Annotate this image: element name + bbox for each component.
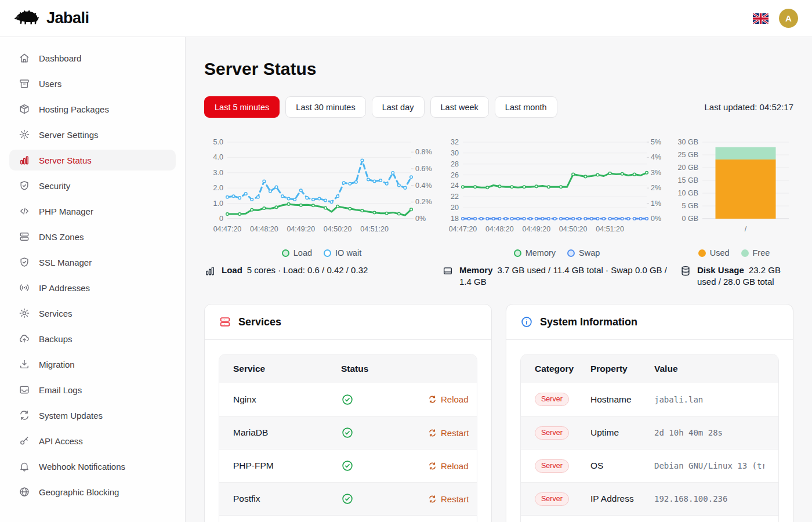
time-range-last-week[interactable]: Last week bbox=[430, 96, 489, 118]
broadcast-icon bbox=[19, 282, 30, 293]
home-icon bbox=[19, 52, 30, 64]
code-icon bbox=[19, 205, 30, 217]
time-range-last-day[interactable]: Last day bbox=[372, 96, 425, 118]
service-action-label: Restart bbox=[441, 428, 469, 438]
svg-text:1.0: 1.0 bbox=[213, 200, 223, 208]
svg-text:32: 32 bbox=[451, 138, 459, 146]
svg-text:24: 24 bbox=[451, 182, 459, 190]
svg-text:04:48:20: 04:48:20 bbox=[250, 225, 278, 233]
sidebar-item-label: Security bbox=[39, 181, 70, 191]
sidebar-item-server-status[interactable]: Server Status bbox=[9, 150, 176, 171]
sidebar-item-system-updates[interactable]: System Updates bbox=[9, 405, 176, 426]
time-range-last-5-minutes[interactable]: Last 5 minutes bbox=[204, 96, 280, 118]
settings-icon bbox=[19, 129, 30, 140]
sidebar: Dashboard Users Hosting Packages Server … bbox=[0, 37, 186, 522]
shield-check-icon bbox=[19, 180, 30, 191]
disk-chart: 0 GB5 GB10 GB15 GB20 GB25 GB30 GB/ UsedF… bbox=[675, 133, 793, 258]
svg-text:30 GB: 30 GB bbox=[678, 138, 698, 146]
sidebar-item-migration[interactable]: Migration bbox=[9, 354, 176, 375]
svg-text:04:49:20: 04:49:20 bbox=[287, 225, 315, 233]
server-stack-icon bbox=[19, 231, 30, 242]
services-table: Service Status Nginx Reload Maria bbox=[219, 354, 477, 522]
sidebar-item-backups[interactable]: Backups bbox=[9, 328, 176, 349]
sidebar-item-label: IP Addresses bbox=[39, 283, 90, 293]
reload-php-fpm-button[interactable]: Reload bbox=[428, 461, 469, 471]
svg-text:4.0: 4.0 bbox=[213, 153, 223, 161]
svg-text:26: 26 bbox=[451, 171, 459, 179]
stat-load: Load5 cores · Load: 0.6 / 0.42 / 0.32 bbox=[204, 264, 439, 288]
sidebar-item-label: Server Settings bbox=[39, 130, 99, 140]
sidebar-item-dns-zones[interactable]: DNS Zones bbox=[9, 226, 176, 247]
restart-postfix-button[interactable]: Restart bbox=[428, 494, 469, 504]
database-icon bbox=[680, 265, 691, 277]
chart-legend: MemorySwap bbox=[514, 248, 600, 258]
stat-label: Memory bbox=[459, 265, 493, 275]
services-col-service: Service bbox=[233, 364, 341, 374]
brand[interactable]: Jabali bbox=[14, 9, 89, 28]
service-name: PHP-FPM bbox=[233, 461, 341, 471]
sidebar-item-ip-addresses[interactable]: IP Addresses bbox=[9, 277, 176, 298]
service-action-label: Reload bbox=[441, 394, 469, 404]
sidebar-item-email-logs[interactable]: Email Logs bbox=[9, 379, 176, 400]
shield-check-icon bbox=[19, 256, 30, 268]
sidebar-item-ssl-manager[interactable]: SSL Manager bbox=[9, 252, 176, 273]
service-name: Nginx bbox=[233, 394, 341, 405]
user-avatar[interactable]: A bbox=[779, 9, 798, 28]
sidebar-item-label: Webhook Notifications bbox=[39, 462, 125, 472]
svg-text:04:51:20: 04:51:20 bbox=[360, 225, 389, 233]
system-col-category: Category bbox=[535, 364, 590, 374]
system-value: jabali.lan bbox=[654, 395, 764, 404]
sidebar-item-php-manager[interactable]: PHP Manager bbox=[9, 201, 176, 222]
refresh-icon bbox=[428, 395, 437, 404]
system-property: Hostname bbox=[590, 394, 654, 405]
time-range-last-30-minutes[interactable]: Last 30 minutes bbox=[285, 96, 365, 118]
sidebar-item-label: Services bbox=[39, 309, 72, 318]
service-row: MariaDB Restart bbox=[219, 416, 477, 449]
service-row: PHP-FPM Reload bbox=[219, 449, 477, 482]
svg-text:22: 22 bbox=[451, 193, 459, 201]
svg-text:0.4%: 0.4% bbox=[415, 182, 432, 190]
svg-text:04:47:20: 04:47:20 bbox=[448, 225, 477, 233]
sidebar-item-dashboard[interactable]: Dashboard bbox=[9, 48, 176, 68]
system-card-title: System Information bbox=[540, 316, 637, 328]
bar-chart-icon bbox=[204, 265, 216, 277]
svg-text:04:49:20: 04:49:20 bbox=[522, 225, 550, 233]
status-ok-icon bbox=[341, 459, 354, 472]
time-range-last-month[interactable]: Last month bbox=[495, 96, 557, 118]
load-chart: 01.02.03.04.05.00%0.2%0.4%0.6%0.8%04:47:… bbox=[204, 133, 439, 258]
chart-legend: LoadIO wait bbox=[282, 248, 361, 258]
hard-drive-icon bbox=[442, 265, 454, 277]
svg-text:0%: 0% bbox=[651, 215, 661, 223]
sidebar-item-server-settings[interactable]: Server Settings bbox=[9, 124, 176, 145]
stat-memory: Memory3.7 GB used / 11.4 GB total · Swap… bbox=[442, 264, 677, 288]
sidebar-item-users[interactable]: Users bbox=[9, 73, 176, 94]
status-ok-icon bbox=[341, 426, 354, 439]
refresh-icon bbox=[428, 495, 437, 503]
sidebar-item-hosting-packages[interactable]: Hosting Packages bbox=[9, 99, 176, 119]
bar-chart-icon bbox=[19, 154, 30, 166]
language-flag-uk[interactable] bbox=[753, 13, 768, 24]
svg-text:25 GB: 25 GB bbox=[678, 151, 698, 159]
restart-mariadb-button[interactable]: Restart bbox=[428, 428, 469, 438]
legend-load: Load bbox=[282, 248, 312, 258]
inbox-icon bbox=[19, 384, 30, 396]
sidebar-item-api-access[interactable]: API Access bbox=[9, 430, 176, 451]
package-icon bbox=[19, 103, 30, 115]
service-name: MariaDB bbox=[233, 427, 341, 438]
archive-icon bbox=[19, 78, 30, 89]
sidebar-item-services[interactable]: Services bbox=[9, 303, 176, 324]
sidebar-item-webhook-notifications[interactable]: Webhook Notifications bbox=[9, 456, 176, 477]
svg-text:2%: 2% bbox=[651, 184, 661, 192]
download-icon bbox=[19, 358, 30, 370]
svg-text:5%: 5% bbox=[651, 138, 661, 146]
svg-text:04:51:20: 04:51:20 bbox=[596, 225, 624, 233]
system-property: Uptime bbox=[590, 427, 654, 438]
sidebar-item-security[interactable]: Security bbox=[9, 175, 176, 196]
page-title: Server Status bbox=[204, 59, 793, 79]
svg-text:5.0: 5.0 bbox=[213, 138, 223, 146]
reload-nginx-button[interactable]: Reload bbox=[428, 394, 469, 404]
system-col-value: Value bbox=[654, 364, 764, 374]
svg-text:04:47:20: 04:47:20 bbox=[213, 225, 242, 233]
sidebar-item-geographic-blocking[interactable]: Geographic Blocking bbox=[9, 481, 176, 502]
system-row: Server Hostname jabali.lan bbox=[521, 383, 778, 416]
